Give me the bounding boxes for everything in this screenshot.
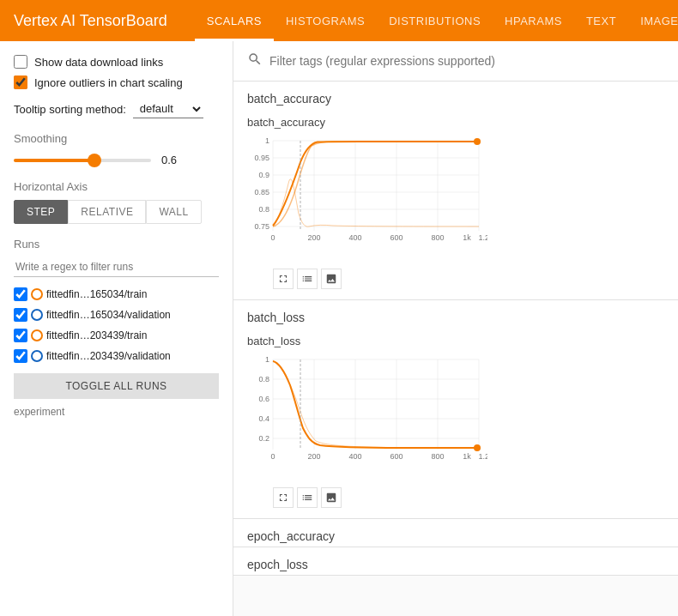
svg-text:1.2k: 1.2k xyxy=(478,233,487,242)
run-dot-2 xyxy=(31,329,43,341)
tooltip-sort-label: Tooltip sorting method: xyxy=(14,103,126,116)
experiment-label: experiment xyxy=(14,406,219,418)
svg-text:0.75: 0.75 xyxy=(254,222,269,231)
batch-accuracy-container: batch_accuracy xyxy=(233,109,678,299)
svg-text:0.2: 0.2 xyxy=(258,434,269,443)
ignore-outliers-label: Ignore outliers in chart scaling xyxy=(34,76,183,89)
svg-text:200: 200 xyxy=(307,452,320,461)
image-download-button-loss[interactable] xyxy=(321,487,342,508)
batch-accuracy-controls xyxy=(247,265,664,296)
batch-loss-controls xyxy=(247,484,664,515)
batch-loss-header: batch_loss xyxy=(233,300,678,328)
tooltip-sort-row: Tooltip sorting method: default xyxy=(14,100,219,118)
nav-histograms[interactable]: HISTOGRAMS xyxy=(274,0,377,41)
show-download-label: Show data download links xyxy=(34,56,163,69)
svg-text:1: 1 xyxy=(265,355,269,364)
svg-text:1.2k: 1.2k xyxy=(478,452,487,461)
show-download-checkbox-row[interactable]: Show data download links xyxy=(14,55,219,69)
batch-accuracy-svg: 1 0.95 0.9 0.85 0.8 0.75 0 200 400 600 8… xyxy=(247,132,487,248)
epoch-accuracy-header: epoch_accuracy xyxy=(233,519,678,547)
ignore-outliers-checkbox-row[interactable]: Ignore outliers in chart scaling xyxy=(14,75,219,89)
epoch-loss-header: epoch_loss xyxy=(233,547,678,575)
topnav: Vertex AI TensorBoard SCALARS HISTOGRAMS… xyxy=(0,0,678,41)
axis-wall-button[interactable]: WALL xyxy=(146,200,201,224)
svg-text:0.6: 0.6 xyxy=(258,395,269,403)
svg-text:0.8: 0.8 xyxy=(258,375,269,383)
nav-scalars[interactable]: SCALARS xyxy=(195,0,274,41)
data-view-button-loss[interactable] xyxy=(297,487,318,508)
batch-accuracy-title: batch_accuracy xyxy=(247,116,664,129)
batch-accuracy-section: batch_accuracy batch_accuracy xyxy=(233,82,678,300)
expand-chart-button-loss[interactable] xyxy=(273,487,294,508)
run-row-2: fittedfin…203439/train xyxy=(14,325,219,346)
run-dot-0 xyxy=(31,288,43,300)
run-name-0: fittedfin…165034/train xyxy=(46,288,147,300)
svg-point-25 xyxy=(474,138,481,145)
svg-text:0.8: 0.8 xyxy=(258,205,269,214)
data-view-button-accuracy[interactable] xyxy=(297,269,318,289)
svg-text:0.95: 0.95 xyxy=(254,154,269,162)
axis-relative-button[interactable]: RELATIVE xyxy=(68,200,146,224)
smoothing-value: 0.6 xyxy=(161,154,187,166)
svg-text:200: 200 xyxy=(307,233,320,242)
nav-hparams[interactable]: HPARAMS xyxy=(493,0,574,41)
main-content: batch_accuracy batch_accuracy xyxy=(233,41,678,616)
svg-text:400: 400 xyxy=(348,452,361,461)
run-checkbox-1[interactable] xyxy=(14,308,27,322)
batch-loss-chart: 1 0.8 0.6 0.4 0.2 0 200 400 600 800 1k 1… xyxy=(247,351,487,484)
search-icon xyxy=(247,51,263,70)
search-input[interactable] xyxy=(269,54,664,68)
axis-step-button[interactable]: STEP xyxy=(14,200,68,224)
svg-text:0.85: 0.85 xyxy=(254,188,269,196)
run-dot-1 xyxy=(31,309,43,321)
epoch-accuracy-section: epoch_accuracy xyxy=(233,519,678,547)
svg-text:400: 400 xyxy=(348,233,361,242)
batch-accuracy-header: batch_accuracy xyxy=(233,82,678,109)
tooltip-sort-select[interactable]: default xyxy=(133,100,203,118)
ignore-outliers-checkbox[interactable] xyxy=(14,75,27,89)
run-checkbox-0[interactable] xyxy=(14,287,27,301)
svg-text:1k: 1k xyxy=(463,233,471,242)
run-checkbox-3[interactable] xyxy=(14,349,27,363)
nav-images[interactable]: IMAGES xyxy=(628,0,678,41)
run-row-0: fittedfin…165034/train xyxy=(14,284,219,305)
smoothing-label: Smoothing xyxy=(14,132,219,145)
run-name-1: fittedfin…165034/validation xyxy=(46,309,171,321)
nav-distributions[interactable]: DISTRIBUTIONS xyxy=(377,0,493,41)
show-download-checkbox[interactable] xyxy=(14,55,27,69)
runs-filter-input[interactable] xyxy=(14,257,219,277)
runs-section: Runs fittedfin…165034/train fittedfin…16… xyxy=(14,238,219,418)
svg-text:600: 600 xyxy=(390,233,403,242)
run-row-1: fittedfin…165034/validation xyxy=(14,305,219,325)
sidebar: Show data download links Ignore outliers… xyxy=(0,41,233,616)
batch-loss-svg: 1 0.8 0.6 0.4 0.2 0 200 400 600 800 1k 1… xyxy=(247,351,487,467)
svg-text:1k: 1k xyxy=(463,452,471,461)
batch-loss-section: batch_loss batch_loss xyxy=(233,300,678,519)
axis-buttons: STEP RELATIVE WALL xyxy=(14,200,219,224)
batch-loss-title: batch_loss xyxy=(247,335,664,347)
expand-chart-button-accuracy[interactable] xyxy=(273,269,294,289)
image-download-button-accuracy[interactable] xyxy=(321,269,342,289)
svg-text:0.9: 0.9 xyxy=(258,171,269,179)
svg-text:0.4: 0.4 xyxy=(258,414,269,423)
svg-text:800: 800 xyxy=(431,452,444,461)
svg-text:800: 800 xyxy=(431,233,444,242)
smoothing-row: 0.6 xyxy=(14,154,219,166)
toggle-all-runs-button[interactable]: TOGGLE ALL RUNS xyxy=(14,373,219,399)
batch-accuracy-chart: 1 0.95 0.9 0.85 0.8 0.75 0 200 400 600 8… xyxy=(247,132,487,265)
batch-loss-container: batch_loss xyxy=(233,328,678,518)
svg-text:1: 1 xyxy=(265,136,269,145)
axis-section: Horizontal Axis STEP RELATIVE WALL xyxy=(14,180,219,224)
runs-label: Runs xyxy=(14,238,219,251)
main-layout: Show data download links Ignore outliers… xyxy=(0,41,678,616)
nav-text[interactable]: TEXT xyxy=(574,0,628,41)
run-dot-3 xyxy=(31,350,43,362)
svg-point-50 xyxy=(474,444,481,451)
nav-items: SCALARS HISTOGRAMS DISTRIBUTIONS HPARAMS… xyxy=(195,0,678,41)
display-options: Show data download links Ignore outliers… xyxy=(14,55,219,118)
smoothing-slider[interactable] xyxy=(14,159,151,162)
app-title: Vertex AI TensorBoard xyxy=(14,12,167,30)
run-name-3: fittedfin…203439/validation xyxy=(46,350,171,362)
run-row-3: fittedfin…203439/validation xyxy=(14,346,219,366)
run-checkbox-2[interactable] xyxy=(14,329,27,342)
